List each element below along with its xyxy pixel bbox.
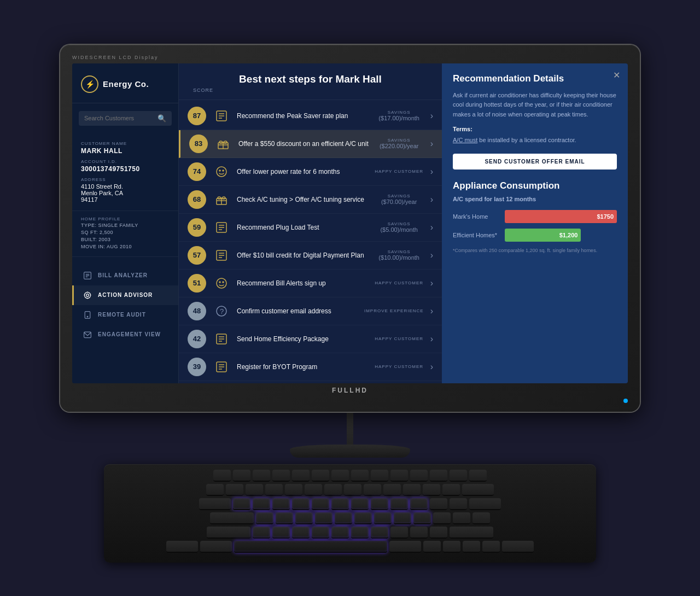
key-a[interactable] bbox=[256, 512, 273, 524]
key-4[interactable] bbox=[285, 484, 302, 496]
action-row[interactable]: 39Register for BYOT ProgramHAPPY CUSTOME… bbox=[179, 353, 442, 381]
key-space[interactable] bbox=[234, 541, 387, 553]
key-esc[interactable] bbox=[213, 470, 231, 482]
action-row[interactable]: 74Offer lower power rate for 6 monthsHAP… bbox=[179, 158, 442, 186]
key-m[interactable] bbox=[371, 527, 388, 539]
key-c[interactable] bbox=[292, 527, 310, 539]
key-q[interactable] bbox=[233, 498, 250, 510]
key-tilde[interactable] bbox=[206, 484, 224, 496]
key-tab[interactable] bbox=[199, 498, 231, 510]
action-row[interactable]: 51Recommend Bill Alerts sign upHAPPY CUS… bbox=[179, 270, 442, 297]
action-row[interactable]: 68Check A/C tuning > Offer A/C tuning se… bbox=[179, 186, 442, 214]
key-d[interactable] bbox=[295, 512, 313, 524]
svg-point-5 bbox=[86, 294, 89, 296]
key-2[interactable] bbox=[246, 484, 263, 496]
key-g[interactable] bbox=[335, 512, 352, 524]
key-enter[interactable] bbox=[469, 498, 501, 510]
key-k[interactable] bbox=[394, 512, 411, 524]
key-h[interactable] bbox=[354, 512, 372, 524]
key-i[interactable] bbox=[371, 498, 388, 510]
action-row[interactable]: 42Send Home Efficiency PackageHAPPY CUST… bbox=[179, 325, 442, 353]
key-left[interactable] bbox=[423, 541, 441, 553]
key-f[interactable] bbox=[315, 512, 332, 524]
key-p[interactable] bbox=[410, 498, 428, 510]
key-down[interactable] bbox=[463, 541, 480, 553]
key-semicolon[interactable] bbox=[433, 512, 451, 524]
key-shift-r[interactable] bbox=[450, 527, 493, 539]
key-7[interactable] bbox=[344, 484, 361, 496]
key-1[interactable] bbox=[226, 484, 243, 496]
key-j[interactable] bbox=[374, 512, 392, 524]
key-ctrl-r[interactable] bbox=[502, 541, 534, 553]
key-shift-l[interactable] bbox=[207, 527, 250, 539]
search-input[interactable] bbox=[84, 115, 154, 121]
chevron-right-icon: › bbox=[430, 306, 433, 316]
key-ctrl-l[interactable] bbox=[166, 541, 198, 553]
sidebar-item-remote-audit[interactable]: REMOTE AUDIT bbox=[72, 305, 178, 325]
customer-name: MARK HALL bbox=[81, 147, 170, 155]
key-8[interactable] bbox=[364, 484, 381, 496]
key-5[interactable] bbox=[305, 484, 322, 496]
key-f10[interactable] bbox=[410, 470, 428, 482]
sidebar-item-bill-analyzer[interactable]: BILL ANALYZER bbox=[72, 266, 178, 285]
key-bracket-r[interactable] bbox=[450, 498, 467, 510]
action-row[interactable]: 83Offer a $550 discount on an efficient … bbox=[179, 130, 442, 158]
key-0[interactable] bbox=[403, 484, 421, 496]
key-t[interactable] bbox=[312, 498, 329, 510]
key-backspace[interactable] bbox=[462, 484, 494, 496]
key-6[interactable] bbox=[324, 484, 342, 496]
action-tag: SAVINGS($10.00)/month bbox=[375, 249, 424, 261]
search-box[interactable]: 🔍 bbox=[79, 111, 172, 126]
key-f12[interactable] bbox=[450, 470, 467, 482]
key-3[interactable] bbox=[265, 484, 283, 496]
key-f5[interactable] bbox=[312, 470, 329, 482]
main-header: Best next steps for Mark Hall SCORE bbox=[179, 63, 442, 100]
key-caps[interactable] bbox=[210, 512, 254, 524]
key-y[interactable] bbox=[331, 498, 349, 510]
key-w[interactable] bbox=[253, 498, 270, 510]
key-period[interactable] bbox=[410, 527, 428, 539]
key-alt-r[interactable] bbox=[389, 541, 421, 553]
key-quote[interactable] bbox=[453, 512, 470, 524]
key-f11[interactable] bbox=[430, 470, 447, 482]
key-s[interactable] bbox=[276, 512, 293, 524]
key-r[interactable] bbox=[292, 498, 310, 510]
key-backslash[interactable] bbox=[472, 512, 490, 524]
key-up[interactable] bbox=[443, 541, 460, 553]
key-n[interactable] bbox=[351, 527, 369, 539]
key-right[interactable] bbox=[482, 541, 500, 553]
key-l[interactable] bbox=[413, 512, 431, 524]
key-f7[interactable] bbox=[351, 470, 369, 482]
sidebar-item-engagement-view[interactable]: ENGAGEMENT VIEW bbox=[72, 325, 178, 344]
sidebar-item-action-advisor[interactable]: ACTION ADVISOR bbox=[72, 285, 178, 305]
action-row[interactable]: 57Offer $10 bill credit for Digital Paym… bbox=[179, 242, 442, 270]
close-icon[interactable]: ✕ bbox=[613, 70, 620, 80]
key-b[interactable] bbox=[331, 527, 349, 539]
key-alt-l[interactable] bbox=[200, 541, 232, 553]
key-o[interactable] bbox=[390, 498, 408, 510]
key-slash[interactable] bbox=[430, 527, 447, 539]
key-f4[interactable] bbox=[292, 470, 310, 482]
key-x[interactable] bbox=[272, 527, 290, 539]
key-bracket-l[interactable] bbox=[430, 498, 447, 510]
key-f9[interactable] bbox=[390, 470, 408, 482]
key-f3[interactable] bbox=[272, 470, 290, 482]
key-u[interactable] bbox=[351, 498, 369, 510]
key-e[interactable] bbox=[272, 498, 290, 510]
key-9[interactable] bbox=[383, 484, 401, 496]
action-row[interactable]: 48?Confirm customer email addressIMPROVE… bbox=[179, 297, 442, 325]
key-equals[interactable] bbox=[442, 484, 460, 496]
key-f6[interactable] bbox=[331, 470, 349, 482]
key-f8[interactable] bbox=[371, 470, 388, 482]
key-minus[interactable] bbox=[423, 484, 440, 496]
send-email-button[interactable]: SEND CUSTOMER OFFER EMAIL bbox=[453, 154, 617, 170]
key-comma[interactable] bbox=[390, 527, 408, 539]
key-del[interactable] bbox=[469, 470, 487, 482]
key-z[interactable] bbox=[253, 527, 270, 539]
key-f1[interactable] bbox=[233, 470, 250, 482]
action-row[interactable]: 87Recommend the Peak Saver rate planSAVI… bbox=[179, 102, 442, 130]
action-text: Recommend the Peak Saver rate plan bbox=[237, 112, 375, 120]
key-v[interactable] bbox=[312, 527, 329, 539]
key-f2[interactable] bbox=[253, 470, 270, 482]
action-row[interactable]: 59Recommend Plug Load TestSAVINGS($5.00)… bbox=[179, 214, 442, 242]
